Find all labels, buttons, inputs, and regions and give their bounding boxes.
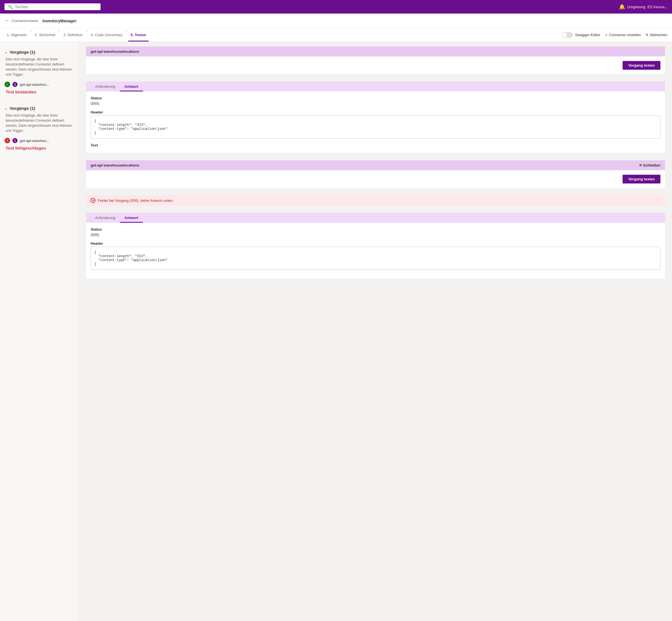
sidebar-section-1-description: Dies sind Vorgänge, die über Ihren benut…	[4, 57, 74, 77]
top-right-area: 🔔 Umgebung ES Innova...	[619, 4, 668, 10]
tab-sicherheit[interactable]: 2. Sicherheit	[33, 28, 57, 41]
sidebar-item-2-label: get-api-warehou...	[20, 138, 49, 143]
abbrechen-label: Abbrechen	[650, 33, 668, 37]
header-label-1: Header	[91, 110, 661, 114]
error-circle-icon: ✕	[90, 198, 95, 203]
sidebar-section-1-title: Vorgänge (1)	[10, 50, 35, 54]
test-passed-label: Test bestanden	[4, 89, 74, 94]
panel-1-title: get-api-warehouselocations	[91, 49, 139, 54]
panel-1-response-content: Status (500) Header { "content-length": …	[86, 91, 665, 153]
abbrechen-action[interactable]: ✕ Abbrechen	[645, 33, 668, 37]
connector-name: InventoryManager	[43, 18, 77, 23]
panel-2: get-api-warehouselocations ✕ Schließen V…	[86, 160, 665, 188]
text-label-1: Text	[91, 143, 661, 147]
connector-label: Connectorname	[12, 18, 38, 23]
chevron-4: ›	[126, 28, 127, 41]
status-error-icon: !	[4, 138, 10, 143]
tab-testen[interactable]: 5. Testen	[128, 28, 148, 41]
sidebar-divider	[0, 100, 79, 100]
resp-tab-antwort-2[interactable]: Antwort	[120, 213, 143, 223]
chevron-3: ›	[86, 28, 87, 41]
tab-definition-label: 3. Definition	[63, 33, 83, 37]
swagger-toggle-container[interactable]: Swagger-Editor	[562, 32, 601, 38]
resp-tab-anforderung-2[interactable]: Anforderung	[91, 213, 120, 223]
status-label-1: Status	[91, 96, 661, 100]
sidebar-item-2[interactable]: ! 1 get-api-warehou...	[4, 137, 74, 144]
panel-1-header: get-api-warehouselocations	[86, 47, 665, 56]
tab-definition[interactable]: 3. Definition	[61, 28, 85, 41]
content-area: get-api-warehouselocations Vorgang teste…	[79, 42, 672, 621]
status-value-1: (500)	[91, 101, 661, 106]
resp-tab-antwort-1[interactable]: Antwort	[120, 82, 143, 91]
swagger-toggle[interactable]	[562, 32, 573, 38]
connector-erstellen-label: Connector erstellen	[609, 33, 641, 37]
sidebar-section-2-title: Vorgänge (1)	[10, 106, 35, 111]
response-tabs-1: Anforderung Antwort	[86, 82, 665, 91]
count-badge-1: 1	[12, 82, 17, 87]
sidebar-section-2-header[interactable]: ⌄ Vorgänge (1)	[4, 106, 74, 111]
search-icon: 🔍	[8, 4, 13, 9]
close-button[interactable]: ✕ Schließen	[639, 163, 661, 167]
back-button[interactable]: ←	[4, 18, 10, 24]
tab-allgemein-label: 1. Allgemein	[7, 33, 27, 37]
nav-right-actions: Swagger-Editor ✓ Connector erstellen ✕ A…	[562, 28, 668, 41]
sidebar-section-1: ⌄ Vorgänge (1) Dies sind Vorgänge, die ü…	[0, 46, 79, 98]
status-value-2: (500)	[91, 233, 661, 237]
tab-code-label: 4. Code (Vorschau)	[91, 33, 123, 37]
collapse-icon-1: ⌄	[4, 50, 7, 54]
header-code-2: { "content-length": "313", "content-type…	[91, 247, 661, 270]
connector-erstellen-action[interactable]: ✓ Connector erstellen	[605, 33, 641, 37]
environment-label: Umgebung	[627, 5, 645, 9]
search-input[interactable]	[15, 4, 97, 9]
close-x-icon: ✕	[639, 163, 642, 167]
search-box[interactable]: 🔍	[4, 3, 101, 10]
sidebar-section-2: ⌄ Vorgänge (1) Dies sind Vorgänge, die ü…	[0, 102, 79, 154]
chevron-1: ›	[30, 28, 32, 41]
header-code-1: { "content-length": "313", "content-type…	[91, 116, 661, 138]
notification-icon[interactable]: 🔔	[619, 4, 625, 10]
panel-1: get-api-warehouselocations Vorgang teste…	[86, 46, 665, 75]
sidebar: ⌄ Vorgänge (1) Dies sind Vorgänge, die ü…	[0, 42, 79, 621]
sidebar-section-2-description: Dies sind Vorgänge, die über Ihren benut…	[4, 113, 74, 133]
panel-2-test-body: Vorgang testen	[86, 170, 665, 188]
tab-testen-label: 5. Testen	[130, 33, 146, 37]
count-badge-2: 1	[12, 138, 17, 143]
vorgang-testen-btn-2[interactable]: Vorgang testen	[623, 175, 661, 183]
panel-2-response-content: Status (500) Header { "content-length": …	[86, 223, 665, 279]
main-layout: ⌄ Vorgänge (1) Dies sind Vorgänge, die ü…	[0, 42, 672, 621]
tab-sicherheit-label: 2. Sicherheit	[35, 33, 55, 37]
test-failed-label: Test fehlgeschlagen	[4, 146, 74, 151]
close-icon: ✕	[645, 33, 648, 37]
response-tabs-2: Anforderung Antwort	[86, 213, 665, 223]
sidebar-item-1-label: get-api-warehou...	[20, 82, 49, 87]
status-label-2: Status	[91, 227, 661, 232]
environment-name: ES Innova...	[647, 5, 668, 9]
error-message: Fehler bei Vorgang (500), siehe Antwort …	[98, 199, 174, 203]
panel-2-response: Anforderung Antwort Status (500) Header …	[86, 213, 665, 279]
resp-tab-anforderung-1[interactable]: Anforderung	[91, 82, 120, 91]
collapse-icon-2: ⌄	[4, 107, 7, 110]
sidebar-item-1[interactable]: ✓ 1 get-api-warehou...	[4, 80, 74, 88]
tab-allgemein[interactable]: 1. Allgemein	[4, 28, 29, 41]
error-notice: ✕ Fehler bei Vorgang (500), siehe Antwor…	[86, 195, 665, 206]
panel-2-header: get-api-warehouselocations ✕ Schließen	[86, 160, 665, 170]
swagger-label: Swagger-Editor	[575, 33, 601, 37]
close-label: Schließen	[643, 163, 661, 167]
panel-1-response: Anforderung Antwort Status (500) Header …	[86, 81, 665, 153]
breadcrumb-bar: ← Connectorname InventoryManager	[0, 13, 672, 28]
top-bar: 🔍 🔔 Umgebung ES Innova...	[0, 0, 672, 13]
vorgang-testen-btn-1[interactable]: Vorgang testen	[623, 61, 661, 70]
tab-code[interactable]: 4. Code (Vorschau)	[89, 28, 125, 41]
panel-1-test-body: Vorgang testen	[86, 56, 665, 74]
nav-tabs: 1. Allgemein › 2. Sicherheit › 3. Defini…	[0, 28, 672, 42]
header-label-2: Header	[91, 241, 661, 246]
panel-2-title: get-api-warehouselocations	[91, 163, 139, 167]
sidebar-section-1-header[interactable]: ⌄ Vorgänge (1)	[4, 50, 74, 54]
chevron-2: ›	[59, 28, 60, 41]
status-success-icon: ✓	[4, 82, 10, 87]
checkmark-icon: ✓	[605, 33, 608, 37]
